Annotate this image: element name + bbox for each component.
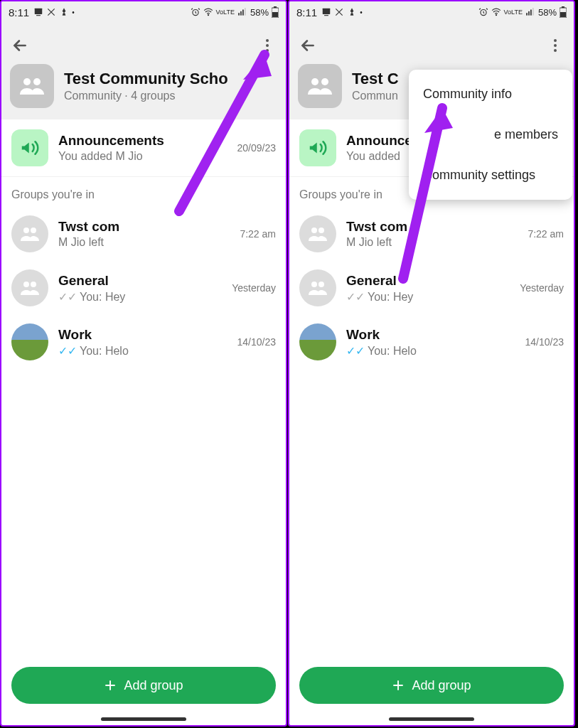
announcements-subtitle: You added M Jio	[58, 150, 237, 163]
battery-text: 58%	[250, 7, 269, 18]
alarm-icon	[478, 7, 488, 17]
group-time: 7:22 am	[240, 228, 276, 240]
svg-point-14	[23, 78, 31, 85]
signal-icon	[525, 7, 535, 17]
group-sub: M Jio left	[346, 236, 528, 249]
volte-icon: VoLTE	[216, 9, 235, 16]
community-header: Test Community Scho Community · 4 groups	[1, 23, 286, 119]
svg-point-23	[496, 15, 496, 16]
community-title[interactable]: Test C	[352, 70, 399, 88]
menu-community-info[interactable]: Community info	[409, 74, 572, 114]
announcements-title: Announcements	[58, 133, 237, 149]
group-sub: ✓✓You: Helo	[58, 344, 237, 358]
battery-icon	[560, 6, 567, 18]
megaphone-icon	[11, 129, 48, 166]
community-title[interactable]: Test Community Scho	[64, 70, 228, 88]
svg-point-31	[554, 39, 557, 42]
group-name: Work	[58, 327, 237, 343]
home-indicator[interactable]	[389, 717, 474, 721]
svg-point-3	[208, 15, 208, 16]
svg-point-37	[319, 228, 324, 233]
svg-rect-0	[35, 9, 43, 14]
statusbar: 8:11 • VoLTE 58%	[289, 1, 574, 23]
svg-rect-24	[526, 13, 528, 16]
svg-point-19	[31, 282, 36, 287]
svg-point-16	[23, 228, 29, 233]
status-left-icons: •	[33, 7, 75, 17]
more-options-button[interactable]	[545, 36, 565, 55]
menu-invite-members[interactable]: e members	[409, 114, 572, 155]
status-time: 8:11	[296, 6, 317, 18]
status-left-icons: •	[321, 7, 363, 17]
group-row-work[interactable]: Work ✓✓You: Helo 14/10/23	[1, 315, 286, 369]
add-group-label: Add group	[412, 678, 471, 693]
announcements-date: 20/09/23	[237, 142, 277, 154]
back-button[interactable]	[298, 36, 318, 55]
group-sub: ✓✓You: Hey	[346, 290, 520, 304]
wifi-icon	[491, 7, 501, 17]
announcements-row[interactable]: Announcements You added M Jio 20/09/23	[1, 119, 286, 177]
svg-point-36	[311, 228, 317, 233]
group-row-general[interactable]: General ✓✓You: Hey Yesterday	[289, 261, 574, 315]
svg-point-38	[311, 282, 317, 287]
svg-point-32	[554, 44, 557, 47]
phone-right: 8:11 • VoLTE 58%	[288, 0, 575, 727]
svg-rect-5	[240, 11, 242, 16]
home-indicator[interactable]	[101, 717, 186, 721]
check-gray-icon: ✓✓	[346, 291, 365, 303]
svg-rect-1	[36, 15, 41, 16]
svg-point-15	[33, 78, 41, 85]
group-sub: ✓✓You: Hey	[58, 290, 232, 304]
group-name: Twst com	[58, 219, 240, 235]
group-time: Yesterday	[520, 282, 564, 294]
svg-point-12	[266, 44, 269, 47]
group-name: Work	[346, 327, 525, 343]
group-time: 14/10/23	[237, 336, 277, 348]
check-gray-icon: ✓✓	[58, 291, 77, 303]
svg-point-34	[311, 78, 319, 85]
svg-point-35	[321, 78, 328, 85]
group-avatar-work	[299, 323, 336, 360]
volte-icon: VoLTE	[504, 9, 523, 16]
group-time: 7:22 am	[528, 228, 564, 240]
group-avatar-work	[11, 323, 48, 360]
statusbar: 8:11 • VoLTE 58%	[1, 1, 286, 23]
group-row-work[interactable]: Work ✓✓You: Helo 14/10/23	[289, 315, 574, 369]
menu-community-settings[interactable]: Community settings	[409, 155, 572, 196]
svg-rect-6	[242, 10, 244, 16]
phone-left: 8:11 • VoLTE 58%	[0, 0, 287, 727]
groups-section-header: Groups you're in	[1, 177, 286, 207]
group-avatar	[299, 215, 336, 252]
svg-rect-30	[560, 12, 566, 17]
community-avatar[interactable]	[298, 64, 342, 108]
add-group-button[interactable]: Add group	[11, 667, 276, 704]
group-row-general[interactable]: General ✓✓You: Hey Yesterday	[1, 261, 286, 315]
add-group-button[interactable]: Add group	[299, 667, 564, 704]
svg-point-17	[31, 228, 36, 233]
signal-icon	[237, 7, 247, 17]
svg-rect-21	[324, 15, 328, 16]
more-options-button[interactable]	[257, 36, 277, 55]
svg-point-11	[266, 39, 269, 42]
back-button[interactable]	[10, 36, 30, 55]
svg-rect-7	[245, 8, 246, 16]
check-blue-icon: ✓✓	[346, 345, 365, 357]
group-name: General	[346, 273, 520, 289]
alarm-icon	[191, 7, 200, 17]
svg-rect-25	[528, 11, 530, 16]
svg-rect-27	[532, 8, 534, 16]
group-row-twst[interactable]: Twst com M Jio left 7:22 am	[1, 207, 286, 261]
group-sub: M Jio left	[58, 236, 240, 249]
svg-point-33	[554, 49, 557, 52]
group-name: Twst com	[346, 219, 528, 235]
svg-point-13	[266, 49, 269, 52]
svg-point-18	[23, 282, 29, 287]
check-blue-icon: ✓✓	[58, 345, 77, 357]
svg-rect-10	[272, 12, 278, 17]
options-dropdown: Community info e members Community setti…	[409, 70, 572, 200]
battery-icon	[272, 6, 279, 18]
status-time: 8:11	[9, 6, 29, 18]
group-avatar	[11, 269, 48, 306]
community-avatar[interactable]	[10, 64, 54, 108]
group-row-twst[interactable]: Twst com M Jio left 7:22 am	[289, 207, 574, 261]
